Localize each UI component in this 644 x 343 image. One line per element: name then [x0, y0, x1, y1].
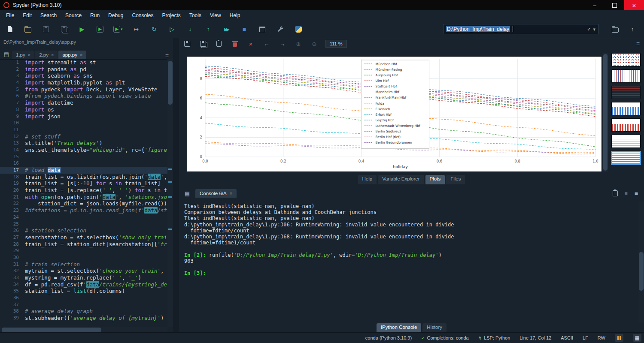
plot-thumbnail[interactable] [611, 86, 641, 99]
plot-thumbnail[interactable] [611, 151, 641, 165]
scrollbar-thumb[interactable] [168, 61, 173, 105]
code-line[interactable]: 33mystring = mytrain.replace(' ', '_') [0, 274, 167, 281]
code-line[interactable]: 10 [0, 120, 167, 126]
menu-source[interactable]: Source [61, 10, 86, 21]
menu-edit[interactable]: Edit [18, 10, 36, 21]
plot-thumbnail[interactable] [611, 69, 641, 83]
python-env-button[interactable] [293, 24, 304, 35]
run-cell-button[interactable]: ▶ [94, 24, 106, 35]
code-line[interactable]: 12# set stuff [0, 133, 167, 140]
code-line[interactable]: 22 station_dict = json.loads(myfile.read… [0, 200, 167, 207]
code-line[interactable]: 32mytrain = st.selectbox('choose your tr… [0, 268, 167, 274]
tab-files[interactable]: Files [446, 175, 465, 184]
scrollbar-thumb[interactable] [2, 328, 101, 332]
code-line[interactable]: 3import seaborn as sns [0, 72, 167, 79]
browse-consoles-icon[interactable]: ▤ [182, 188, 192, 199]
tab-help[interactable]: Help [358, 175, 377, 184]
maximize-button[interactable] [605, 0, 624, 10]
code-line[interactable]: 23#dfstations = pd.io.json.read_json(f'd… [0, 207, 167, 214]
editor-options-icon[interactable]: ≡ [163, 52, 171, 59]
menu-run[interactable]: Run [86, 10, 104, 21]
previous-plot-button[interactable]: ← [262, 39, 271, 48]
code-line[interactable]: 9import json [0, 113, 167, 120]
step-into-button[interactable]: ↓ [185, 24, 196, 35]
code-line[interactable]: 24 [0, 214, 167, 221]
run-selection-button[interactable]: ↦ [131, 24, 142, 35]
code-line[interactable]: 16 [0, 160, 167, 167]
save-button[interactable] [40, 24, 52, 35]
menu-projects[interactable]: Projects [158, 10, 185, 21]
scrollbar-thumb[interactable] [603, 54, 608, 171]
minimize-button[interactable]: – [585, 0, 605, 10]
menu-help[interactable]: Help [225, 10, 245, 21]
code-line[interactable]: 18train_list = os.listdir(os.path.join('… [0, 174, 167, 181]
code-line[interactable]: 38# average delay graph [0, 308, 167, 315]
parent-directory-button[interactable]: ↑ [627, 24, 638, 35]
tab-ipython-console[interactable]: IPython Console [377, 323, 421, 333]
code-line[interactable]: 34df = pd.read_csv(f'data/trains/{mystri… [0, 281, 167, 288]
editor-tab-2.py[interactable]: 2.py× [35, 51, 58, 59]
code-line[interactable]: 6#from pydeck.bindings import view_state [0, 93, 167, 99]
console-output[interactable]: Ttest_indResult(statistic=nan, pvalue=na… [179, 202, 638, 322]
menu-debug[interactable]: Debug [104, 10, 128, 21]
keyboard-shortcuts-button[interactable]: ▦ [633, 334, 641, 342]
tab-variable-explorer[interactable]: Variable Explorer [378, 175, 424, 184]
close-button[interactable]: × [624, 0, 644, 10]
plots-options-icon[interactable]: ≡ [636, 40, 640, 47]
code-line[interactable]: 35station_list = list(df.columns) [0, 288, 167, 295]
run-file-button[interactable]: ▶ [76, 24, 88, 35]
code-line[interactable]: 11 [0, 126, 167, 133]
maximize-pane-button[interactable] [257, 24, 268, 35]
code-line[interactable]: 31# train selection [0, 261, 167, 268]
copy-plot-button[interactable] [214, 39, 224, 48]
code-line[interactable]: 20train_list = [s.replace('_', ' ') for … [0, 187, 167, 194]
code-line[interactable]: 29 [0, 247, 167, 254]
step-return-button[interactable]: ↑ [203, 24, 214, 35]
menu-tools[interactable]: Tools [185, 10, 206, 21]
tab-plots[interactable]: Plots [425, 175, 445, 184]
menu-search[interactable]: Search [36, 10, 61, 21]
stop-debug-button[interactable]: ■ [239, 24, 250, 35]
code-line[interactable]: 17# load data [0, 167, 167, 174]
menu-consoles[interactable]: Consoles [128, 10, 158, 21]
code-line[interactable]: 39st.subheader(f'average delay of {mytra… [0, 315, 167, 322]
debug-file-button[interactable]: ▷ [167, 24, 178, 35]
tab-history[interactable]: History [422, 323, 447, 333]
interrupt-kernel-icon[interactable]: ■ [625, 190, 628, 196]
plot-thumbnail[interactable] [611, 53, 641, 66]
rerun-button[interactable]: ↻ [149, 24, 160, 35]
plot-thumbnail[interactable] [611, 135, 641, 148]
editor-vertical-scrollbar[interactable] [167, 59, 173, 327]
editor-tab-app.py[interactable]: app.py× [58, 51, 86, 59]
console-scrollbar[interactable] [638, 202, 644, 322]
code-line[interactable]: 13st.title('Train delays') [0, 140, 167, 147]
browse-tabs-icon[interactable]: ▤ [2, 49, 11, 59]
plot-thumbnail[interactable] [611, 118, 641, 132]
code-line[interactable]: 37 [0, 301, 167, 308]
code-line[interactable]: 28train_list = station_dict[searchstatio… [0, 241, 167, 248]
save-plot-button[interactable] [182, 39, 192, 48]
chevron-down-icon[interactable]: ▾ [593, 27, 595, 32]
code-line[interactable]: 26# station selection [0, 227, 167, 234]
continue-button[interactable]: ▶▶ [221, 24, 232, 35]
code-line[interactable]: 5from pydeck import Deck, Layer, ViewSta… [0, 86, 167, 93]
scrollbar-thumb[interactable] [639, 252, 644, 291]
console-copy-icon[interactable] [613, 190, 618, 196]
editor-tab-1.py[interactable]: 1.py× [12, 51, 34, 59]
code-line[interactable]: 8import os [0, 106, 167, 113]
code-line[interactable]: 14sns.set_theme(style="whitegrid", rc={'… [0, 147, 167, 153]
open-file-button[interactable] [22, 24, 33, 35]
code-line[interactable]: 2import pandas as pd [0, 66, 167, 73]
code-line[interactable]: 7import datetime [0, 99, 167, 106]
working-directory-value[interactable]: D:\Python_Imp\Train_delay [446, 26, 510, 32]
run-cell-advance-button[interactable]: ▶▾ [112, 24, 124, 35]
close-icon[interactable]: × [230, 191, 232, 196]
code-line[interactable]: 36 [0, 295, 167, 301]
new-file-button[interactable] [4, 24, 15, 35]
code-line[interactable]: 4import matplotlib.pyplot as plt [0, 79, 167, 86]
plots-scrollbar[interactable] [603, 53, 608, 172]
code-line[interactable]: 30 [0, 254, 167, 261]
preferences-button[interactable] [275, 24, 286, 35]
working-directory-combo[interactable]: D:\Python_Imp\Train_delay ✓ ▾ [443, 24, 598, 34]
browse-directory-button[interactable] [610, 24, 621, 35]
